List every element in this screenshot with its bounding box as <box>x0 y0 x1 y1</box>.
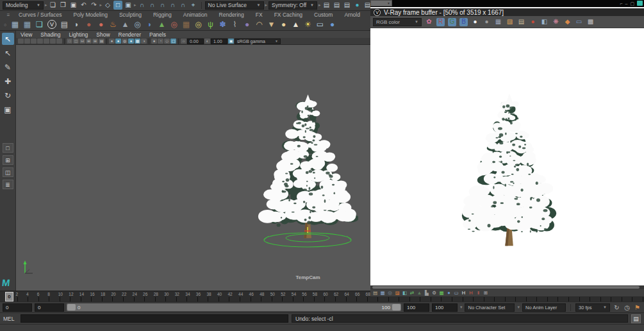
snap-point-icon[interactable]: ∩ <box>158 1 167 10</box>
vray-sun-icon[interactable]: ☀ <box>302 19 313 30</box>
scrollbar-handle[interactable] <box>372 286 640 289</box>
hidden-dropdown[interactable]: ▼ <box>370 0 392 6</box>
vray-light-panel-alt-icon[interactable]: ▦ <box>22 19 33 30</box>
divider[interactable] <box>106 38 107 44</box>
rg-bars-icon[interactable]: ‖ <box>475 290 481 296</box>
vray-water-icon[interactable]: ◗ <box>144 19 155 30</box>
green-image-icon[interactable]: ▦ <box>439 290 445 296</box>
vray-material-sphere-icon[interactable]: ● <box>327 19 338 30</box>
vfb-titlebar[interactable]: V V-Ray frame buffer - [50% of 3519 x 16… <box>370 7 644 16</box>
scale-tool[interactable]: ▣ <box>2 103 14 115</box>
history-image-icon[interactable]: ▨ <box>395 290 400 296</box>
vray-physical-camera-icon[interactable]: ● <box>83 19 94 30</box>
load-image-icon[interactable]: ▨ <box>506 18 514 26</box>
red-channel-icon[interactable]: R <box>436 18 445 26</box>
shelf-tab[interactable]: Poly Modeling <box>68 11 113 19</box>
close-icon[interactable] <box>637 1 643 6</box>
shelf-options-icon[interactable]: ○ <box>2 22 8 27</box>
rotate-tool[interactable]: ↻ <box>2 89 14 101</box>
minimize-icon[interactable]: – <box>625 1 627 6</box>
vray-plane-light-icon[interactable]: ▭ <box>315 19 326 30</box>
channel-dropdown[interactable]: RGB color ▼ <box>373 18 422 26</box>
select-camera-icon[interactable] <box>18 38 24 44</box>
add-plus-icon[interactable]: ⊞ <box>483 290 489 296</box>
joint-xray-icon[interactable] <box>56 38 62 44</box>
snap-grid-icon[interactable]: ∩ <box>138 1 147 10</box>
move-tool[interactable]: ✚ <box>2 75 14 87</box>
vray-light-panel-icon[interactable]: ▦ <box>10 19 21 30</box>
shelf-tab[interactable]: FX Caching <box>268 11 308 19</box>
mono-channel-icon[interactable]: ● <box>483 18 491 26</box>
script-editor-button[interactable]: ▤ <box>631 314 641 323</box>
monitor-icon[interactable]: ▭ <box>575 18 583 26</box>
layout-four-pane[interactable]: ⊞ <box>3 155 13 165</box>
vray-dome-cam-icon[interactable]: ◗ <box>71 19 82 30</box>
shelf-tab-menu-icon[interactable]: ≡ <box>4 12 13 18</box>
single-pane-layout-icon[interactable]: □ <box>67 38 72 44</box>
panel-menu-item[interactable]: Lighting <box>69 31 88 38</box>
green-channel-icon[interactable]: G <box>448 18 456 26</box>
animation-start-field[interactable]: 0 <box>3 303 32 312</box>
group-expander-icon[interactable]: ▸ <box>100 3 103 8</box>
animation-end-field[interactable]: 100 <box>432 303 458 312</box>
four-pane-layout-icon[interactable]: ⊞ <box>92 38 98 44</box>
camera-info-icon[interactable]: ● <box>446 290 452 296</box>
gamma-icon[interactable]: ◐ <box>204 38 210 44</box>
shelf-tab[interactable]: Rendering <box>213 11 250 19</box>
vray-fur-grass-icon[interactable]: ψ <box>205 19 216 30</box>
fps-dropdown[interactable]: 30 fps ▼ <box>575 303 610 312</box>
undo-icon[interactable]: ↶ <box>79 1 88 10</box>
history-folder-icon[interactable]: ▤ <box>372 290 378 296</box>
compare-images-icon[interactable]: ❋ <box>552 18 560 26</box>
follow-mouse-icon[interactable]: ◆ <box>563 18 572 26</box>
range-start-handle[interactable] <box>67 304 76 310</box>
xray-display-icon[interactable]: ◔ <box>158 38 163 44</box>
playback-end-field[interactable]: 100 <box>404 303 429 312</box>
open-render-view-icon[interactable]: ▤ <box>322 1 331 10</box>
plugin-display-icon[interactable]: ▢ <box>170 38 176 44</box>
paint-select-tool[interactable]: ✎ <box>2 61 14 73</box>
vray-geosphere-icon[interactable]: ◎ <box>193 19 204 30</box>
monitor-small-icon[interactable]: ▭ <box>454 290 459 296</box>
divider[interactable] <box>178 38 179 44</box>
save-scene-icon[interactable]: ▣ <box>69 1 78 10</box>
isolate-select-icon[interactable]: ● <box>151 38 157 44</box>
anim-layer-dropdown[interactable]: No Anim Layer <box>522 303 566 312</box>
vray-flower-ball-icon[interactable]: ✽ <box>217 19 228 30</box>
current-frame-marker[interactable]: 0 <box>5 292 13 301</box>
vray-displacement-icon[interactable]: ● <box>242 19 252 30</box>
exposure-field[interactable]: 0.00 <box>187 38 204 44</box>
chevron-down-icon[interactable]: ▾ <box>517 305 520 310</box>
select-tool[interactable]: ↖ <box>2 33 14 45</box>
select-object-icon[interactable]: □ <box>113 1 122 10</box>
shelf-tab[interactable]: Arnold <box>338 11 366 19</box>
playback-start-field[interactable]: 0 <box>35 303 64 312</box>
vray-sphere-light-icon[interactable]: ● <box>278 19 289 30</box>
three-pane-layout-icon[interactable]: ⊞ <box>86 38 92 44</box>
shaded-display-icon[interactable]: ● <box>115 38 121 44</box>
app-menu-icon[interactable]: ⌐ <box>620 1 622 6</box>
divider[interactable] <box>64 38 65 44</box>
ipr-render-icon[interactable]: ▤ <box>343 1 352 10</box>
shelf-tab[interactable]: Sculpting <box>113 11 147 19</box>
settings-gear-icon[interactable]: ⚙ <box>431 290 437 296</box>
checker-background-icon[interactable]: ▩ <box>586 18 595 26</box>
blue-channel-icon[interactable]: B <box>459 18 468 26</box>
textured-display-icon[interactable]: ◍ <box>122 38 128 44</box>
vray-notes-icon[interactable]: ▤ <box>59 19 70 30</box>
playback-loop-icon[interactable]: ↻ <box>613 303 621 312</box>
group-expander-icon[interactable]: ▸ <box>318 3 321 8</box>
panel-menu-item[interactable]: Renderer <box>119 31 141 38</box>
shelf-tab[interactable]: FX <box>250 11 268 19</box>
view-transform-dropdown[interactable]: sRGB gamma ▼ <box>235 38 281 44</box>
shelf-tab[interactable]: Custom <box>308 11 338 19</box>
alpha-channel-icon[interactable]: ● <box>471 18 479 26</box>
view-transform-toggle-icon[interactable]: ▣ <box>228 38 234 44</box>
render-current-frame-icon[interactable]: ▤ <box>333 1 342 10</box>
shelf-tab[interactable]: Animation <box>178 11 213 19</box>
workspace-dropdown[interactable]: Modeling ▼ <box>3 1 44 10</box>
vray-hair-icon[interactable]: ⌇ <box>229 19 240 30</box>
shelf-tab[interactable]: Curves / Surfaces <box>13 11 68 19</box>
snap-curve-icon[interactable]: ∩ <box>148 1 157 10</box>
snap-projected-icon[interactable]: ∩ <box>169 1 178 10</box>
